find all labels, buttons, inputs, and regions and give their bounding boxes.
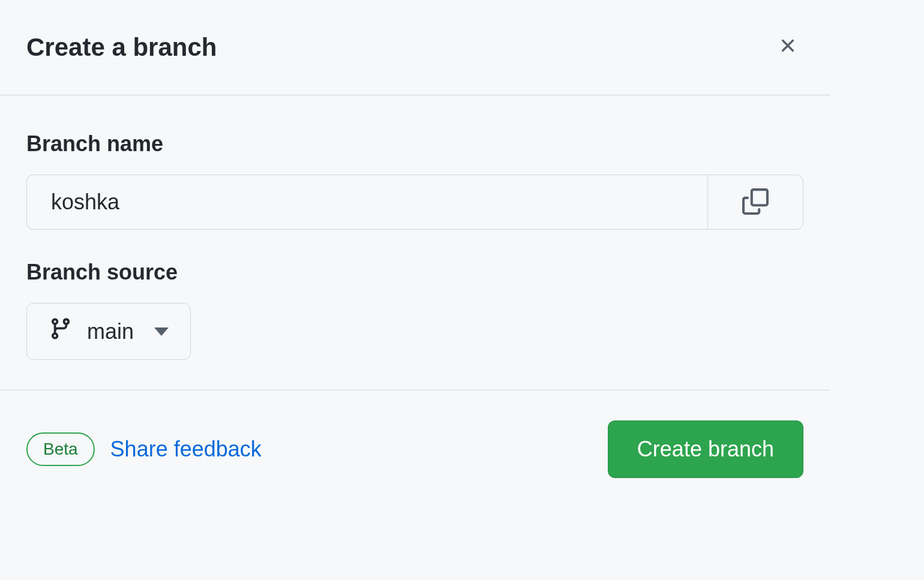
branch-name-input[interactable]: [26, 175, 707, 230]
git-branch-icon: [49, 317, 73, 346]
branch-source-group: Branch source main: [26, 260, 803, 360]
create-branch-button[interactable]: Create branch: [608, 420, 803, 478]
branch-name-group: Branch name: [26, 131, 803, 230]
chevron-down-icon: [154, 327, 169, 336]
dialog-title: Create a branch: [26, 33, 217, 62]
dialog-footer: Beta Share feedback Create branch: [0, 390, 830, 508]
beta-badge: Beta: [26, 432, 95, 466]
copy-button[interactable]: [707, 175, 803, 230]
branch-name-row: [26, 175, 803, 230]
dialog-header: Create a branch: [0, 0, 830, 95]
close-button[interactable]: [772, 30, 803, 65]
close-icon: [777, 35, 799, 60]
branch-source-selected: main: [87, 319, 134, 344]
branch-source-label: Branch source: [26, 260, 803, 285]
branch-source-select[interactable]: main: [26, 303, 191, 360]
copy-icon: [742, 188, 769, 217]
share-feedback-link[interactable]: Share feedback: [110, 437, 262, 462]
create-branch-dialog: Create a branch Branch name Branch sourc…: [0, 0, 830, 508]
branch-name-label: Branch name: [26, 131, 803, 157]
footer-left: Beta Share feedback: [26, 432, 262, 466]
dialog-body: Branch name Branch source main: [0, 95, 830, 390]
